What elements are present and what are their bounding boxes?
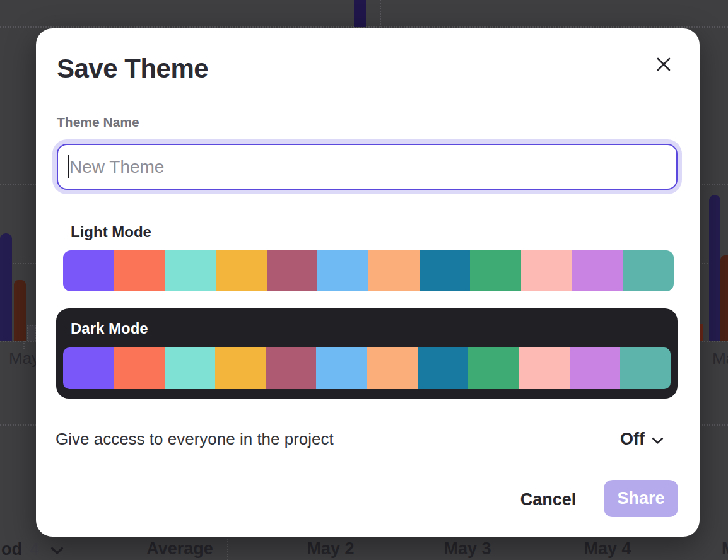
chart-bar (709, 195, 720, 341)
dialog-title: Save Theme (57, 54, 208, 84)
gridline (227, 535, 228, 560)
access-value: Off (620, 429, 645, 449)
color-swatch (623, 250, 674, 291)
color-swatch (63, 250, 114, 291)
theme-name-input[interactable] (57, 144, 678, 190)
gridline (380, 0, 381, 27)
color-swatch (572, 250, 623, 291)
color-swatch (114, 347, 164, 389)
light-mode-palette (63, 250, 674, 291)
color-swatch (570, 347, 620, 389)
color-swatch (267, 250, 318, 291)
color-swatch (216, 250, 267, 291)
color-swatch (114, 250, 165, 291)
color-swatch (521, 250, 572, 291)
x-axis-label: May (9, 349, 40, 368)
dark-mode-label: Dark Mode (71, 320, 148, 337)
close-button[interactable] (649, 50, 678, 79)
color-swatch (316, 347, 367, 389)
color-swatch (468, 347, 519, 389)
color-swatch (215, 347, 266, 389)
x-axis-label: Ma (712, 349, 728, 368)
cancel-button[interactable]: Cancel (510, 485, 586, 514)
column-header: May 3 (443, 539, 491, 559)
color-swatch (165, 347, 215, 389)
period-number: 4 (30, 540, 39, 559)
chart-bar-ghost (27, 325, 36, 341)
color-swatch (519, 347, 569, 389)
save-theme-dialog: Save Theme Theme Name Light Mode Dark Mo… (36, 28, 700, 537)
color-swatch (418, 347, 468, 389)
close-icon (655, 55, 672, 73)
column-header: May 4 (584, 539, 631, 559)
theme-name-label: Theme Name (57, 115, 139, 130)
color-swatch (317, 250, 368, 291)
color-swatch (470, 250, 521, 291)
chart-bar (720, 255, 728, 341)
share-button[interactable]: Share (604, 480, 678, 517)
color-swatch (420, 250, 471, 291)
column-header: May 2 (307, 539, 354, 559)
dark-mode-card: Dark Mode (56, 308, 678, 399)
chart-bar (14, 280, 26, 341)
period-label: od (1, 540, 22, 559)
color-swatch (620, 347, 671, 389)
access-label: Give access to everyone in the project (56, 429, 334, 449)
access-dropdown[interactable]: Off (620, 428, 664, 450)
column-header-clipped: M (722, 539, 728, 559)
period-picker: od4 (1, 540, 64, 559)
chart-bar (0, 233, 12, 341)
column-header: Average (146, 539, 213, 559)
chart-bar (700, 324, 703, 341)
color-swatch (63, 347, 114, 389)
text-caret (68, 155, 69, 178)
color-swatch (266, 347, 316, 389)
color-swatch (367, 347, 418, 389)
theme-name-field-wrap (57, 144, 678, 190)
chart-bar (354, 0, 366, 27)
chevron-down-icon (652, 437, 664, 445)
color-swatch (165, 250, 216, 291)
light-mode-label: Light Mode (71, 223, 151, 241)
dark-mode-palette (63, 347, 671, 389)
chevron-down-icon (50, 547, 64, 555)
color-swatch (368, 250, 420, 291)
